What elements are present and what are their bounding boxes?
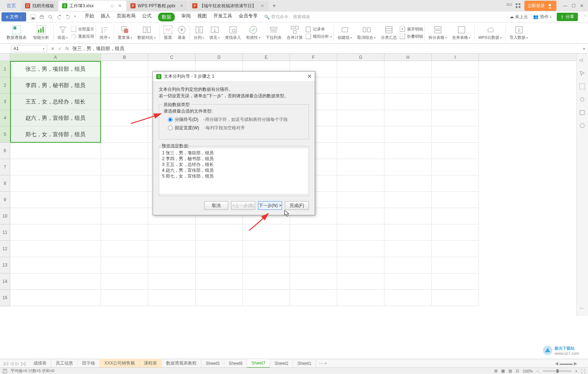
cell[interactable] — [290, 241, 337, 257]
minimize-button[interactable]: — — [563, 3, 567, 8]
apps-icon[interactable] — [516, 3, 521, 8]
ribbon-collapse-detail[interactable]: -折叠明细 — [400, 34, 423, 40]
col-header-c[interactable]: C — [148, 54, 196, 61]
cell[interactable] — [337, 224, 384, 241]
cell[interactable] — [337, 175, 384, 192]
doc-tab-workbook[interactable]: S 工作簿3.xlsx ◇ ✕ — [59, 1, 126, 11]
cell[interactable] — [290, 224, 337, 241]
cell[interactable] — [243, 273, 290, 290]
cell[interactable] — [10, 208, 101, 224]
expand-formula-icon[interactable]: ▾ — [580, 46, 588, 51]
col-header-e[interactable]: E — [243, 54, 290, 61]
cell[interactable] — [432, 159, 479, 175]
row-header[interactable]: 11 — [0, 224, 10, 241]
menu-view[interactable]: 视图 — [197, 13, 207, 21]
cell[interactable] — [432, 126, 479, 143]
col-header-f[interactable]: F — [290, 54, 337, 61]
cell[interactable] — [148, 224, 196, 241]
row-header[interactable]: 2 — [0, 77, 10, 94]
ribbon-sort[interactable]: 排序▾ — [97, 23, 112, 42]
cell[interactable] — [290, 290, 337, 306]
formula-input[interactable]: 张三，男，项目部，组员 — [69, 45, 580, 52]
cell[interactable] — [384, 143, 432, 159]
cell[interactable] — [243, 257, 290, 273]
close-icon[interactable]: ✕ — [117, 3, 122, 8]
ribbon-dup[interactable]: 重复项▾ — [116, 23, 134, 42]
cell[interactable] — [337, 94, 384, 110]
ribbon-simul[interactable]: 模拟分析▾ — [306, 34, 332, 40]
collab-button[interactable]: 👥 协作 ▾ — [533, 14, 552, 20]
cell[interactable] — [101, 126, 148, 143]
close-icon[interactable]: ✕ — [179, 3, 184, 8]
row-header[interactable]: 14 — [0, 273, 10, 290]
cell[interactable] — [290, 257, 337, 273]
cell[interactable] — [384, 224, 432, 241]
cell[interactable] — [243, 224, 290, 241]
ribbon-filter[interactable]: 筛选▾ — [55, 23, 70, 42]
cell[interactable] — [148, 290, 196, 306]
cell[interactable] — [101, 208, 148, 224]
cell[interactable] — [101, 110, 148, 126]
menu-devtools[interactable]: 开发工具 — [213, 13, 232, 21]
cell[interactable] — [432, 143, 479, 159]
cell[interactable] — [196, 241, 243, 257]
cancel-formula-icon[interactable]: ✕ — [51, 46, 55, 51]
menu-formula[interactable]: 公式 — [142, 13, 152, 21]
cell[interactable] — [101, 273, 148, 290]
sidebar-backup-icon[interactable] — [579, 123, 586, 129]
cell[interactable] — [101, 224, 148, 241]
menu-start[interactable]: 开始 — [85, 13, 94, 21]
menu-review[interactable]: 审阅 — [181, 13, 191, 21]
menu-data[interactable]: 数据 — [158, 13, 175, 21]
cell-a3[interactable]: 王五，女，总经办，组长 — [10, 94, 101, 110]
cell[interactable] — [384, 208, 432, 224]
ribbon-splittbl[interactable]: 拆分表格▾ — [426, 23, 449, 42]
cell[interactable] — [337, 126, 384, 143]
grid-icon[interactable]: 1 — [506, 3, 512, 8]
cell[interactable] — [10, 192, 101, 208]
finish-button[interactable]: 完成(F) — [285, 201, 309, 210]
command-search[interactable]: 🔍 查找命令、搜索模板 — [264, 14, 310, 20]
menu-layout[interactable]: 页面布局 — [117, 13, 136, 21]
chevron-down-icon[interactable]: ▾ — [74, 15, 76, 20]
ribbon-subtotal[interactable]: 分类汇总 — [379, 23, 399, 42]
ribbon-record[interactable]: 记录单 — [306, 27, 332, 32]
cell[interactable] — [432, 273, 479, 290]
cell[interactable] — [432, 61, 479, 77]
preview-content[interactable]: 1 张三，男，项目部，组员 2 李四，男，秘书部，组员 3 王五，女，总经办，组… — [159, 149, 309, 194]
ribbon-consolidate[interactable]: 合并计算 — [285, 23, 305, 42]
row-header[interactable]: 15 — [0, 290, 10, 306]
dialog-close-button[interactable]: ✕ — [307, 73, 312, 80]
close-button[interactable]: ✕ — [580, 3, 584, 8]
cell[interactable] — [10, 143, 101, 159]
ribbon-lookup[interactable]: 查找录入 — [223, 23, 243, 42]
login-button[interactable]: 立即登录 — [524, 1, 556, 11]
cell[interactable] — [337, 273, 384, 290]
cancel-button[interactable]: 取消 — [204, 201, 228, 210]
cell[interactable] — [384, 77, 432, 94]
sidebar-more-icon[interactable]: ⋯ — [579, 306, 586, 306]
fx-icon[interactable]: fx — [65, 46, 69, 51]
cell[interactable] — [337, 192, 384, 208]
cell[interactable] — [384, 192, 432, 208]
row-header[interactable]: 3 — [0, 94, 10, 110]
ribbon-showall[interactable]: 全部显示 — [71, 27, 94, 32]
row-header[interactable]: 6 — [0, 143, 10, 159]
cell[interactable] — [196, 257, 243, 273]
row-header[interactable]: 7 — [0, 159, 10, 175]
cell[interactable] — [432, 77, 479, 94]
ribbon-collapse[interactable]: ⌃ — [583, 15, 587, 20]
cell[interactable] — [101, 175, 148, 192]
ribbon-compare[interactable]: 数据对比▾ — [135, 23, 158, 42]
maximize-button[interactable]: ☐ — [572, 3, 576, 8]
row-header[interactable]: 5 — [0, 126, 10, 143]
cell[interactable] — [432, 208, 479, 224]
ribbon-validity[interactable]: 有效性▾ — [244, 23, 263, 42]
cell[interactable] — [196, 224, 243, 241]
cell-a1[interactable]: 张三，男，项目部，组员 — [10, 61, 101, 77]
ribbon-dropdown[interactable]: 下拉列表 — [263, 23, 284, 42]
cell[interactable] — [384, 94, 432, 110]
cell[interactable] — [148, 241, 196, 257]
sidebar-style-icon[interactable] — [579, 84, 586, 90]
cell[interactable] — [10, 257, 101, 273]
